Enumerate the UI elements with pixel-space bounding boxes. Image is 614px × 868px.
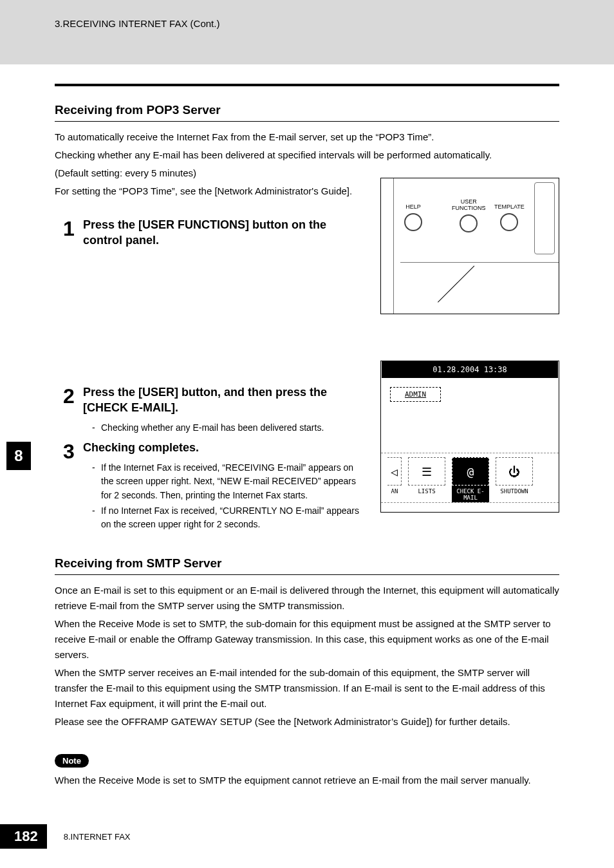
p: When the SMTP server receives an E-mail … [55,665,559,712]
p: To automatically receive the Internet Fa… [55,129,559,145]
p: Once an E-mail is set to this equipment … [55,583,559,614]
smtp-body: Once an E-mail is set to this equipment … [55,583,559,730]
page-number: 182 [0,824,47,849]
help-button[interactable] [404,213,422,231]
p: When the Receive Mode is set to SMTP, th… [55,616,559,663]
section-title-pop3: Receiving from POP3 Server [55,103,559,122]
template-label: TEMPLATE [494,204,525,211]
section-title-smtp: Receiving from SMTP Server [55,556,559,575]
page-header: 3.RECEIVING INTERNET FAX (Cont.) [0,0,614,64]
footer-chapter: 8.INTERNET FAX [64,832,131,842]
step-title: Press the [USER FUNCTIONS] button on the… [83,217,353,249]
note-badge: Note [55,754,89,768]
breadcrumb: 3.RECEIVING INTERNET FAX (Cont.) [55,18,219,29]
step-number: 1 [55,217,83,239]
p: Please see the OFFRAMP GATEWAY SETUP (Se… [55,714,559,730]
list-item: Checking whether any E-mail has been del… [92,421,366,435]
lcd-admin-tab[interactable]: ADMIN [390,387,441,402]
user-functions-button[interactable] [460,214,478,232]
page-footer: 182 8.INTERNET FAX [0,824,131,849]
lcd-datetime: 01.28.2004 13:38 [382,361,558,378]
step-notes: If the Internet Fax is received, “RECEIV… [83,461,366,532]
step-title: Checking completes. [83,440,366,455]
top-rule [55,84,559,86]
user-functions-label: USER FUNCTIONS [452,199,486,212]
control-panel-illustration: HELP USER FUNCTIONS TEMPLATE [380,178,559,314]
list-item: If no Internet Fax is received, “CURRENT… [92,504,366,532]
help-label: HELP [404,204,422,211]
page-content: Receiving from POP3 Server To automatica… [0,64,614,788]
step-number: 2 [55,384,83,406]
step-notes: Checking whether any E-mail has been del… [83,421,366,435]
step-number: 3 [55,440,83,462]
list-item: If the Internet Fax is received, “RECEIV… [92,461,366,503]
step-3: 3 Checking completes. If the Internet Fa… [55,440,559,533]
template-button[interactable] [500,213,518,231]
callout-line [438,263,476,302]
p: Checking whether any E-mail has been del… [55,147,559,163]
note-text: When the Receive Mode is set to SMTP the… [55,773,559,788]
step-title: Press the [USER] button, and then press … [83,384,366,416]
